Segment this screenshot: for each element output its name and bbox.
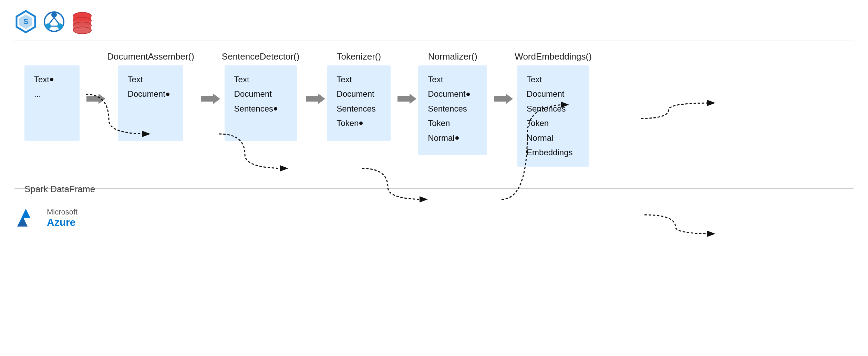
stages-row: Text ... DocumentAssember()	[24, 51, 844, 167]
field-text-3: Text	[337, 73, 381, 86]
box-4: Text Document Sentences Token Normal	[418, 65, 487, 155]
company-name: Microsoft	[47, 208, 78, 217]
field-sentences-3: Sentences	[337, 102, 381, 115]
header-logos: S	[0, 0, 868, 41]
field-text-0: Text	[34, 73, 70, 86]
box-5: Text Document Sentences Token Normal	[517, 65, 589, 167]
field-normal-5: Normal	[527, 132, 580, 145]
field-text-1: Text	[127, 73, 174, 86]
field-text-4: Text	[428, 73, 477, 86]
field-text-2: Text	[234, 73, 287, 86]
box-input: Text ...	[24, 65, 80, 141]
box-2: Text Document Sentences	[225, 65, 297, 141]
svg-point-6	[57, 23, 63, 29]
arrow-2-3	[299, 51, 327, 109]
field-document-4: Document	[428, 87, 477, 101]
field-token-3: Token	[337, 117, 381, 130]
field-document-1: Document	[127, 87, 174, 101]
field-token-5: Token	[527, 117, 580, 130]
svg-marker-17	[86, 94, 105, 104]
svg-marker-20	[397, 94, 416, 104]
stage-normalizer: Normalizer() Text Document Sentences Tok…	[418, 51, 487, 155]
field-normal-4: Normal	[428, 132, 477, 145]
stage-label-3: Tokenizer()	[337, 51, 381, 62]
field-sentences-5: Sentences	[527, 102, 580, 115]
dot-text-0	[50, 78, 53, 81]
stage-label-5: WordEmbeddings()	[515, 51, 592, 62]
database-logo	[70, 10, 94, 34]
svg-marker-21	[494, 94, 513, 104]
azure-logo-icon	[14, 206, 41, 230]
dot-doc-4	[466, 93, 470, 96]
field-token-4: Token	[428, 117, 477, 130]
stage-tokenizer: Tokenizer() Text Document Sentences Toke…	[327, 51, 391, 141]
arrow-3-4	[391, 51, 418, 109]
svg-point-16	[73, 27, 91, 34]
stage-label-2: SentenceDetector()	[222, 51, 299, 62]
stage-input: Text ...	[24, 51, 80, 141]
box-1: Text Document	[118, 65, 183, 141]
arrow-0-1	[80, 51, 107, 109]
field-document-3: Document	[337, 87, 381, 101]
box-3: Text Document Sentences Token	[327, 65, 391, 141]
field-sentences-4: Sentences	[428, 102, 477, 115]
svg-marker-18	[201, 94, 220, 104]
field-ellipsis-0: ...	[34, 87, 70, 101]
arrow-1-2	[194, 51, 222, 109]
arrow-4-5	[487, 51, 515, 109]
dot-normal-4	[455, 136, 459, 140]
svg-marker-19	[306, 94, 325, 104]
ml-logo	[42, 10, 66, 34]
stage-label-4: Normalizer()	[428, 51, 477, 62]
svg-point-4	[51, 12, 57, 18]
stage-doc-assembler: DocumentAssember() Text Document	[107, 51, 194, 141]
svg-line-8	[54, 18, 59, 24]
field-document-2: Document	[234, 87, 287, 101]
field-text-5: Text	[527, 73, 580, 86]
field-sentences-2: Sentences	[234, 102, 287, 115]
dot-doc-1	[166, 93, 169, 96]
field-document-5: Document	[527, 87, 580, 101]
dot-token-3	[359, 122, 363, 125]
spark-dataframe-label: Spark DataFrame	[24, 184, 844, 195]
stage-sentence-detector: SentenceDetector() Text Document Sentenc…	[222, 51, 299, 141]
pipeline-area: Text ... DocumentAssember()	[24, 51, 844, 181]
svg-point-5	[45, 23, 51, 29]
svg-text:S: S	[23, 17, 29, 26]
svg-line-7	[49, 18, 54, 24]
azure-logo-text: Microsoft Azure	[47, 208, 78, 228]
dot-sentences-2	[274, 107, 277, 111]
spark-logo: S	[14, 10, 38, 34]
stage-word-embeddings: WordEmbeddings() Text Document Sentences…	[515, 51, 592, 167]
product-name: Azure	[47, 217, 78, 228]
diagram-container: Text ... DocumentAssember()	[14, 41, 854, 189]
stage-label-input	[51, 51, 53, 62]
field-embeddings-5: Embeddings	[527, 146, 580, 159]
stage-label-1: DocumentAssember()	[107, 51, 194, 62]
bottom-logo-area: Microsoft Azure	[0, 196, 868, 240]
